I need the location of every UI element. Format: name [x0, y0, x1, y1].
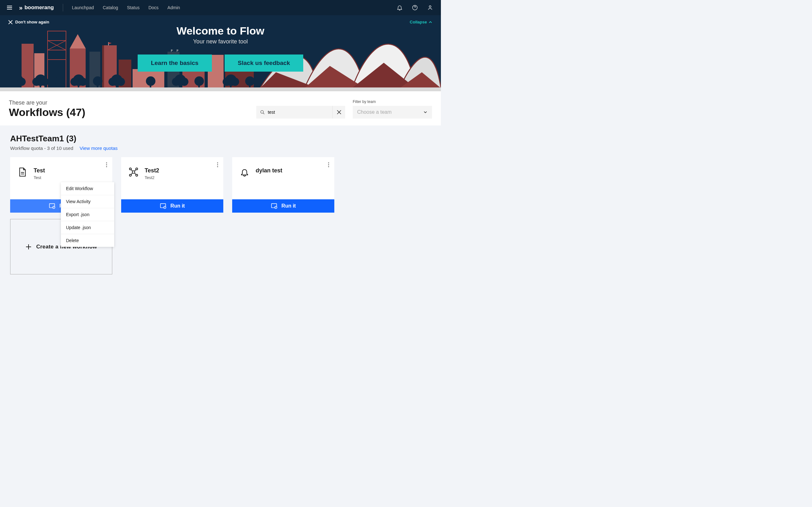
run-workflow-button[interactable]: Run it — [232, 199, 334, 213]
run-icon — [49, 203, 55, 210]
overflow-icon — [217, 162, 218, 167]
svg-point-86 — [328, 166, 329, 167]
help-icon[interactable] — [410, 3, 419, 12]
document-icon — [18, 167, 27, 180]
svg-point-33 — [41, 78, 49, 86]
svg-point-64 — [106, 164, 107, 165]
filter-label: Filter by team — [353, 100, 432, 104]
plus-icon — [26, 244, 32, 250]
workflow-context-menu: Edit Workflow View Activity Export .json… — [61, 182, 114, 247]
workflow-subtitle: Test — [34, 175, 45, 180]
nav-item-status[interactable]: Status — [127, 5, 140, 10]
svg-rect-30 — [16, 82, 18, 88]
workflow-subtitle: Test2 — [145, 175, 159, 180]
nav-item-docs[interactable]: Docs — [148, 5, 159, 10]
svg-point-56 — [223, 78, 231, 86]
hamburger-menu-icon[interactable] — [6, 4, 13, 11]
svg-rect-46 — [116, 82, 117, 88]
svg-point-73 — [132, 171, 135, 173]
slack-feedback-button[interactable]: Slack us feedback — [224, 55, 304, 72]
search-input[interactable] — [268, 110, 328, 115]
svg-rect-60 — [249, 82, 251, 88]
svg-rect-42 — [97, 82, 98, 88]
header-divider — [63, 4, 63, 11]
notifications-icon[interactable] — [395, 3, 404, 12]
run-icon — [270, 203, 277, 210]
team-title: AHTestTeam1 (3) — [10, 134, 431, 144]
svg-point-61 — [261, 111, 264, 113]
learn-basics-button[interactable]: Learn the basics — [138, 55, 212, 72]
svg-line-79 — [135, 170, 136, 171]
workflow-title: dylan test — [256, 167, 282, 174]
chevron-up-icon — [428, 20, 433, 24]
run-icon — [159, 203, 166, 210]
team-filter-select[interactable]: Choose a team — [353, 106, 432, 118]
workflow-card[interactable]: Test2 Test2 Run it — [121, 157, 223, 213]
svg-point-71 — [217, 164, 218, 165]
workflow-card[interactable]: dylan test Run it — [232, 157, 334, 213]
top-header: » boomerang Launchpad Catalog Status Doc… — [0, 0, 441, 15]
brand-logo[interactable]: » boomerang — [19, 4, 54, 11]
dismiss-banner-button[interactable]: Don't show again — [8, 20, 49, 24]
svg-rect-52 — [179, 82, 181, 88]
view-more-quotas-link[interactable]: View more quotas — [80, 146, 118, 151]
svg-line-80 — [131, 173, 133, 175]
svg-rect-40 — [78, 82, 79, 88]
chevron-down-icon — [423, 110, 427, 114]
run-workflow-button[interactable]: Run it — [121, 199, 223, 213]
collapse-label: Collapse — [410, 20, 427, 24]
card-overflow-menu[interactable] — [104, 160, 109, 169]
svg-rect-36 — [59, 82, 60, 88]
card-overflow-menu[interactable] — [215, 160, 220, 169]
svg-point-38 — [70, 78, 79, 86]
network-icon — [129, 167, 138, 180]
menu-view-activity[interactable]: View Activity — [61, 195, 114, 208]
menu-delete[interactable]: Delete — [61, 234, 114, 247]
collapse-banner-button[interactable]: Collapse — [410, 20, 433, 24]
svg-point-29 — [17, 78, 26, 86]
svg-point-51 — [180, 78, 189, 86]
svg-point-1 — [429, 6, 431, 8]
svg-point-84 — [328, 163, 329, 164]
bell-icon — [240, 167, 249, 177]
hero-banner: Don't show again Collapse Welcome to Flo… — [0, 15, 441, 91]
svg-line-81 — [135, 173, 136, 175]
search-icon — [260, 110, 264, 115]
search-clear-button[interactable] — [333, 106, 345, 118]
nav-item-admin[interactable]: Admin — [167, 5, 180, 10]
svg-rect-48 — [150, 82, 151, 88]
workflow-title: Test — [34, 167, 45, 174]
menu-export-json[interactable]: Export .json — [61, 208, 114, 221]
svg-rect-58 — [230, 82, 232, 88]
svg-point-57 — [231, 78, 239, 86]
menu-update-json[interactable]: Update .json — [61, 221, 114, 234]
overflow-icon — [106, 162, 107, 167]
svg-point-44 — [108, 78, 117, 86]
page-title: Workflows (47) — [9, 106, 85, 118]
svg-point-85 — [328, 164, 329, 165]
user-icon[interactable] — [426, 3, 435, 12]
svg-point-39 — [79, 78, 87, 86]
svg-point-72 — [217, 166, 218, 167]
card-overflow-menu[interactable] — [326, 160, 331, 169]
page-header-bar: These are your Workflows (47) Filter by … — [0, 91, 441, 125]
search-field[interactable] — [256, 106, 345, 118]
svg-point-32 — [32, 78, 41, 86]
svg-line-78 — [131, 170, 133, 171]
svg-point-45 — [117, 78, 125, 86]
page-supertitle: These are your — [9, 100, 85, 106]
menu-edit-workflow[interactable]: Edit Workflow — [61, 182, 114, 195]
nav-item-launchpad[interactable]: Launchpad — [72, 5, 94, 10]
workflow-quota-text: Workflow quota - 3 of 10 used — [10, 146, 73, 151]
workflow-title: Test2 — [145, 167, 159, 174]
overflow-icon — [328, 162, 329, 167]
filter-placeholder: Choose a team — [357, 109, 392, 115]
svg-point-65 — [106, 166, 107, 167]
close-icon — [337, 110, 341, 114]
svg-line-62 — [263, 113, 264, 114]
nav-item-catalog[interactable]: Catalog — [103, 5, 118, 10]
svg-point-70 — [217, 163, 218, 164]
svg-rect-54 — [198, 82, 200, 88]
svg-rect-34 — [40, 82, 41, 88]
svg-point-28 — [9, 78, 17, 86]
